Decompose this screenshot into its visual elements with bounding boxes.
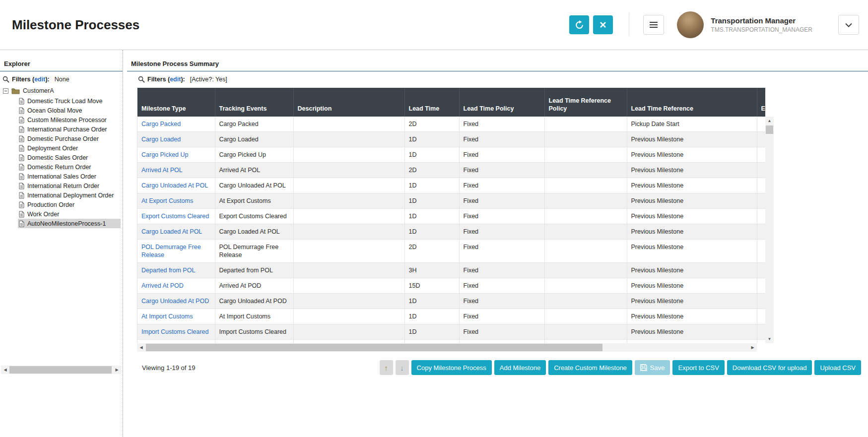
milestone-link[interactable]: Cargo Loaded bbox=[141, 136, 181, 143]
explorer-tree: CustomerA Domestic Truck Load Move Ocean… bbox=[0, 86, 123, 228]
milestone-link[interactable]: Cargo Loaded At POL bbox=[141, 228, 202, 235]
milestone-link[interactable]: Departed from POL bbox=[141, 267, 195, 274]
tree-item[interactable]: Deployment Order bbox=[18, 143, 121, 153]
milestone-link[interactable]: POL Demurrage Free Release bbox=[141, 244, 201, 258]
move-up-button[interactable]: ↑ bbox=[380, 360, 393, 375]
table-row: Arrived At PODArrived At POD15DFixedPrev… bbox=[137, 278, 765, 294]
menu-button[interactable] bbox=[643, 15, 664, 35]
cell-lead_time_reference_policy bbox=[544, 193, 627, 209]
create-custom-milestone-button[interactable]: Create Custom Milestone bbox=[548, 360, 632, 375]
explorer-filters-edit-link[interactable]: edit bbox=[34, 76, 45, 83]
move-down-button[interactable]: ↓ bbox=[396, 360, 409, 375]
scroll-up-icon[interactable]: ▲ bbox=[765, 117, 774, 125]
tree-item-label: Custom Milestone Processor bbox=[27, 117, 107, 124]
table-row: Cargo Unloaded At POLCargo Unloaded At P… bbox=[137, 178, 765, 193]
button-label: Copy Milestone Process bbox=[417, 364, 486, 372]
cell-lead_time_reference: Previous Milestone bbox=[627, 178, 757, 193]
export-to-csv-button[interactable]: Export to CSV bbox=[672, 360, 724, 375]
summary-panel: Milestone Process Summary Filters (edit)… bbox=[123, 50, 868, 437]
milestone-link[interactable]: Arrived At POL bbox=[141, 167, 183, 174]
button-label: Download CSV for upload bbox=[733, 364, 807, 372]
cell-lead_time: 2D bbox=[404, 163, 459, 178]
explorer-panel: Explorer Filters (edit): None bbox=[0, 50, 123, 437]
tree-item[interactable]: Domestic Sales Order bbox=[18, 153, 121, 162]
milestone-link[interactable]: Cargo Unloaded At POL bbox=[141, 182, 208, 189]
tree-item[interactable]: International Sales Order bbox=[18, 172, 121, 181]
cell-description bbox=[293, 263, 404, 278]
footer-buttons: Copy Milestone ProcessAdd MilestoneCreat… bbox=[411, 360, 861, 375]
tree-item[interactable]: International Deployment Order bbox=[18, 190, 121, 200]
copy-milestone-process-button[interactable]: Copy Milestone Process bbox=[411, 360, 492, 375]
milestone-link[interactable]: Arrived At POD bbox=[141, 282, 184, 289]
cell-description bbox=[293, 117, 404, 132]
cell-e bbox=[757, 309, 765, 324]
milestone-link[interactable]: Cargo Unloaded At POD bbox=[141, 298, 209, 305]
tree-item[interactable]: Work Order bbox=[18, 209, 121, 219]
refresh-button[interactable] bbox=[569, 15, 589, 34]
explorer-scroll-thumb[interactable] bbox=[9, 366, 112, 374]
document-icon bbox=[19, 220, 24, 227]
milestone-link[interactable]: Cargo Picked Up bbox=[141, 151, 189, 158]
cell-tracking_events: Import Customs Cleared bbox=[215, 324, 293, 340]
tree-item[interactable]: International Return Order bbox=[18, 181, 121, 190]
milestone-link[interactable]: Cargo Packed bbox=[141, 121, 181, 127]
scroll-left-icon[interactable]: ◀ bbox=[137, 343, 145, 352]
document-icon bbox=[19, 201, 24, 208]
collapse-toggle-icon[interactable] bbox=[3, 88, 8, 94]
close-button[interactable] bbox=[593, 15, 613, 34]
milestone-link[interactable]: At Export Customs bbox=[141, 197, 193, 204]
tree-item[interactable]: Production Order bbox=[18, 200, 121, 209]
cell-tracking_events: Cargo Picked Up bbox=[215, 147, 293, 163]
save-button[interactable]: Save bbox=[635, 360, 670, 375]
cell-lead_time: 1D bbox=[404, 224, 459, 240]
milestone-link[interactable]: Import Customs Cleared bbox=[141, 328, 208, 335]
cell-description bbox=[293, 132, 404, 147]
tree-item[interactable]: Ocean Global Move bbox=[18, 106, 121, 115]
cell-lead_time_reference: Previous Milestone bbox=[627, 263, 757, 278]
cell-tracking_events: Cargo Loaded At POD bbox=[215, 340, 293, 344]
vertical-scroll-thumb[interactable] bbox=[766, 125, 773, 134]
avatar[interactable] bbox=[677, 11, 704, 38]
milestone-link[interactable]: Export Customs Cleared bbox=[141, 213, 209, 220]
tree-item[interactable]: AutoNeoMilestoneProcess-1 bbox=[18, 219, 121, 228]
cell-lead_time_reference_policy bbox=[544, 209, 627, 224]
milestone-link[interactable]: At Import Customs bbox=[141, 313, 193, 320]
header-actions: Transportation Manager TMS.TRANSPORTATIO… bbox=[565, 11, 859, 38]
table-row: Cargo Loaded At POLCargo Loaded At POL1D… bbox=[137, 224, 765, 240]
cell-tracking_events: Cargo Unloaded At POL bbox=[215, 178, 293, 193]
cell-tracking_events: Cargo Loaded At POL bbox=[215, 224, 293, 240]
scroll-right-icon[interactable]: ▶ bbox=[748, 343, 757, 352]
document-icon bbox=[19, 145, 24, 152]
cell-milestone_type: Arrived At POL bbox=[137, 163, 215, 178]
tree-item[interactable]: Custom Milestone Processor bbox=[18, 115, 121, 125]
cell-milestone_type: Cargo Loaded bbox=[137, 132, 215, 147]
table-body: Cargo PackedCargo Packed2DFixedPickup Da… bbox=[137, 117, 765, 343]
tree-item[interactable]: International Purchase Order bbox=[18, 125, 121, 134]
column-header: Milestone Type bbox=[137, 88, 215, 117]
cell-tracking_events: Arrived At POD bbox=[215, 278, 293, 294]
upload-csv-button[interactable]: Upload CSV bbox=[814, 360, 861, 375]
cell-lead_time: 1D bbox=[404, 147, 459, 163]
summary-filters-edit-link[interactable]: edit bbox=[170, 76, 181, 83]
tree-item[interactable]: Domestic Purchase Order bbox=[18, 134, 121, 143]
horizontal-scroll-thumb[interactable] bbox=[146, 344, 602, 351]
scroll-right-icon[interactable]: ▶ bbox=[113, 366, 121, 374]
table-row: Cargo LoadedCargo Loaded1DFixedPrevious … bbox=[137, 132, 765, 147]
tree-item-label: Production Order bbox=[27, 201, 74, 208]
cell-lead_time: 2D bbox=[404, 240, 459, 263]
table-row: Import Customs ClearedImport Customs Cle… bbox=[137, 324, 765, 340]
user-menu-button[interactable] bbox=[838, 15, 859, 35]
action-buttons: ↑ ↓ Copy Milestone ProcessAdd MilestoneC… bbox=[380, 360, 861, 375]
cell-lead_time_reference: Previous Milestone bbox=[627, 294, 757, 309]
table-vertical-scrollbar: ▲ ▼ bbox=[765, 117, 774, 343]
tree-root[interactable]: CustomerA bbox=[0, 86, 123, 96]
download-csv-button[interactable]: Download CSV for upload bbox=[727, 360, 812, 375]
scroll-down-icon[interactable]: ▼ bbox=[765, 335, 774, 343]
button-label: Save bbox=[650, 364, 665, 372]
tree-item[interactable]: Domestic Return Order bbox=[18, 162, 121, 172]
cell-e bbox=[757, 147, 765, 163]
cell-lead_time_reference_policy bbox=[544, 224, 627, 240]
tree-item[interactable]: Domestic Truck Load Move bbox=[18, 96, 121, 106]
add-milestone-button[interactable]: Add Milestone bbox=[494, 360, 546, 375]
scroll-left-icon[interactable]: ◀ bbox=[1, 366, 9, 374]
